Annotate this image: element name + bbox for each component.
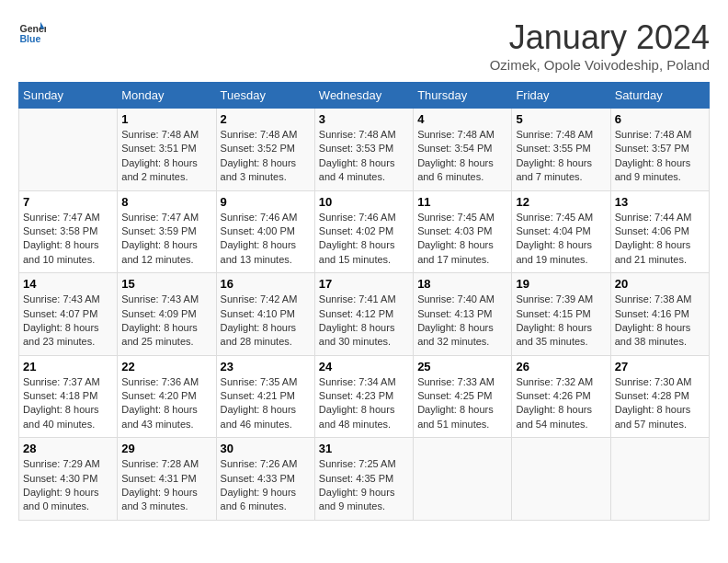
day-info: Sunrise: 7:42 AM Sunset: 4:10 PM Dayligh… <box>221 293 311 350</box>
calendar-cell: 13Sunrise: 7:44 AM Sunset: 4:06 PM Dayli… <box>610 190 709 273</box>
calendar-cell: 22Sunrise: 7:36 AM Sunset: 4:20 PM Dayli… <box>118 355 216 438</box>
calendar-cell <box>610 438 709 521</box>
day-info: Sunrise: 7:26 AM Sunset: 4:33 PM Dayligh… <box>221 457 311 514</box>
day-info: Sunrise: 7:43 AM Sunset: 4:07 PM Dayligh… <box>23 293 113 350</box>
calendar-cell: 5Sunrise: 7:48 AM Sunset: 3:55 PM Daylig… <box>512 109 610 191</box>
calendar-cell: 29Sunrise: 7:28 AM Sunset: 4:31 PM Dayli… <box>118 438 216 521</box>
day-number: 13 <box>615 195 705 209</box>
day-number: 28 <box>23 442 113 455</box>
calendar-week-1: 1Sunrise: 7:48 AM Sunset: 3:51 PM Daylig… <box>19 109 710 191</box>
day-number: 25 <box>417 360 507 373</box>
day-info: Sunrise: 7:28 AM Sunset: 4:31 PM Dayligh… <box>121 457 211 514</box>
day-number: 1 <box>121 112 211 126</box>
day-info: Sunrise: 7:30 AM Sunset: 4:28 PM Dayligh… <box>615 375 705 432</box>
day-number: 30 <box>221 442 311 455</box>
calendar-cell <box>414 438 512 521</box>
calendar-cell: 19Sunrise: 7:39 AM Sunset: 4:15 PM Dayli… <box>512 273 610 356</box>
calendar-cell: 18Sunrise: 7:40 AM Sunset: 4:13 PM Dayli… <box>414 273 512 356</box>
day-info: Sunrise: 7:32 AM Sunset: 4:26 PM Dayligh… <box>516 375 606 432</box>
logo-icon: General Blue <box>18 18 46 46</box>
day-info: Sunrise: 7:41 AM Sunset: 4:12 PM Dayligh… <box>319 293 409 350</box>
day-number: 27 <box>615 360 705 373</box>
calendar-cell: 24Sunrise: 7:34 AM Sunset: 4:23 PM Dayli… <box>314 355 413 438</box>
day-number: 18 <box>417 277 507 291</box>
weekday-header-row: SundayMondayTuesdayWednesdayThursdayFrid… <box>19 83 710 109</box>
day-info: Sunrise: 7:37 AM Sunset: 4:18 PM Dayligh… <box>23 375 113 432</box>
calendar-week-4: 21Sunrise: 7:37 AM Sunset: 4:18 PM Dayli… <box>19 355 710 438</box>
day-info: Sunrise: 7:46 AM Sunset: 4:02 PM Dayligh… <box>319 211 409 268</box>
day-number: 11 <box>417 195 507 209</box>
day-info: Sunrise: 7:34 AM Sunset: 4:23 PM Dayligh… <box>319 375 409 432</box>
day-number: 15 <box>121 277 211 291</box>
day-number: 23 <box>221 360 311 373</box>
calendar-cell: 28Sunrise: 7:29 AM Sunset: 4:30 PM Dayli… <box>19 438 118 521</box>
day-number: 3 <box>319 112 409 126</box>
weekday-header-sunday: Sunday <box>19 83 118 109</box>
logo: General Blue <box>18 18 46 46</box>
calendar-cell: 11Sunrise: 7:45 AM Sunset: 4:03 PM Dayli… <box>414 190 512 273</box>
svg-text:Blue: Blue <box>20 33 41 44</box>
calendar-cell: 1Sunrise: 7:48 AM Sunset: 3:51 PM Daylig… <box>118 109 216 191</box>
day-number: 5 <box>516 112 606 126</box>
calendar-cell: 23Sunrise: 7:35 AM Sunset: 4:21 PM Dayli… <box>216 355 314 438</box>
day-info: Sunrise: 7:25 AM Sunset: 4:35 PM Dayligh… <box>319 457 409 514</box>
day-number: 9 <box>221 195 311 209</box>
day-number: 29 <box>121 442 211 455</box>
day-info: Sunrise: 7:48 AM Sunset: 3:51 PM Dayligh… <box>121 128 211 185</box>
calendar-cell: 17Sunrise: 7:41 AM Sunset: 4:12 PM Dayli… <box>314 273 413 356</box>
weekday-header-friday: Friday <box>512 83 610 109</box>
calendar-week-2: 7Sunrise: 7:47 AM Sunset: 3:58 PM Daylig… <box>19 190 710 273</box>
day-info: Sunrise: 7:47 AM Sunset: 3:58 PM Dayligh… <box>23 211 113 268</box>
calendar-cell: 26Sunrise: 7:32 AM Sunset: 4:26 PM Dayli… <box>512 355 610 438</box>
day-number: 21 <box>23 360 113 373</box>
calendar-cell: 20Sunrise: 7:38 AM Sunset: 4:16 PM Dayli… <box>610 273 709 356</box>
day-number: 6 <box>615 112 705 126</box>
calendar-cell <box>512 438 610 521</box>
day-number: 19 <box>516 277 606 291</box>
day-number: 24 <box>319 360 409 373</box>
day-info: Sunrise: 7:45 AM Sunset: 4:04 PM Dayligh… <box>516 211 606 268</box>
calendar-cell: 31Sunrise: 7:25 AM Sunset: 4:35 PM Dayli… <box>314 438 413 521</box>
calendar-cell: 3Sunrise: 7:48 AM Sunset: 3:53 PM Daylig… <box>314 109 413 191</box>
calendar-cell: 30Sunrise: 7:26 AM Sunset: 4:33 PM Dayli… <box>216 438 314 521</box>
calendar-cell: 10Sunrise: 7:46 AM Sunset: 4:02 PM Dayli… <box>314 190 413 273</box>
day-number: 12 <box>516 195 606 209</box>
weekday-header-thursday: Thursday <box>414 83 512 109</box>
calendar-cell: 2Sunrise: 7:48 AM Sunset: 3:52 PM Daylig… <box>216 109 314 191</box>
calendar-cell: 7Sunrise: 7:47 AM Sunset: 3:58 PM Daylig… <box>19 190 118 273</box>
weekday-header-wednesday: Wednesday <box>314 83 413 109</box>
calendar-cell: 9Sunrise: 7:46 AM Sunset: 4:00 PM Daylig… <box>216 190 314 273</box>
day-number: 17 <box>319 277 409 291</box>
day-number: 4 <box>417 112 507 126</box>
calendar-cell: 12Sunrise: 7:45 AM Sunset: 4:04 PM Dayli… <box>512 190 610 273</box>
day-info: Sunrise: 7:29 AM Sunset: 4:30 PM Dayligh… <box>23 457 113 514</box>
weekday-header-tuesday: Tuesday <box>216 83 314 109</box>
calendar-table: SundayMondayTuesdayWednesdayThursdayFrid… <box>18 82 710 521</box>
calendar-cell: 4Sunrise: 7:48 AM Sunset: 3:54 PM Daylig… <box>414 109 512 191</box>
day-number: 2 <box>221 112 311 126</box>
calendar-cell: 25Sunrise: 7:33 AM Sunset: 4:25 PM Dayli… <box>414 355 512 438</box>
title-section: January 2024 Ozimek, Opole Voivodeship, … <box>490 18 710 73</box>
calendar-week-3: 14Sunrise: 7:43 AM Sunset: 4:07 PM Dayli… <box>19 273 710 356</box>
day-number: 31 <box>319 442 409 455</box>
day-number: 8 <box>121 195 211 209</box>
calendar-cell: 27Sunrise: 7:30 AM Sunset: 4:28 PM Dayli… <box>610 355 709 438</box>
month-title: January 2024 <box>490 18 710 57</box>
calendar-cell: 8Sunrise: 7:47 AM Sunset: 3:59 PM Daylig… <box>118 190 216 273</box>
day-info: Sunrise: 7:33 AM Sunset: 4:25 PM Dayligh… <box>417 375 507 432</box>
day-info: Sunrise: 7:39 AM Sunset: 4:15 PM Dayligh… <box>516 293 606 350</box>
page-header: General Blue January 2024 Ozimek, Opole … <box>18 18 710 73</box>
day-info: Sunrise: 7:48 AM Sunset: 3:55 PM Dayligh… <box>516 128 606 185</box>
day-number: 10 <box>319 195 409 209</box>
day-info: Sunrise: 7:35 AM Sunset: 4:21 PM Dayligh… <box>221 375 311 432</box>
day-info: Sunrise: 7:47 AM Sunset: 3:59 PM Dayligh… <box>121 211 211 268</box>
calendar-cell: 21Sunrise: 7:37 AM Sunset: 4:18 PM Dayli… <box>19 355 118 438</box>
day-number: 16 <box>221 277 311 291</box>
day-number: 7 <box>23 195 113 209</box>
day-info: Sunrise: 7:43 AM Sunset: 4:09 PM Dayligh… <box>121 293 211 350</box>
location-subtitle: Ozimek, Opole Voivodeship, Poland <box>490 57 710 73</box>
day-info: Sunrise: 7:48 AM Sunset: 3:57 PM Dayligh… <box>615 128 705 185</box>
calendar-cell: 15Sunrise: 7:43 AM Sunset: 4:09 PM Dayli… <box>118 273 216 356</box>
day-number: 26 <box>516 360 606 373</box>
calendar-cell: 14Sunrise: 7:43 AM Sunset: 4:07 PM Dayli… <box>19 273 118 356</box>
